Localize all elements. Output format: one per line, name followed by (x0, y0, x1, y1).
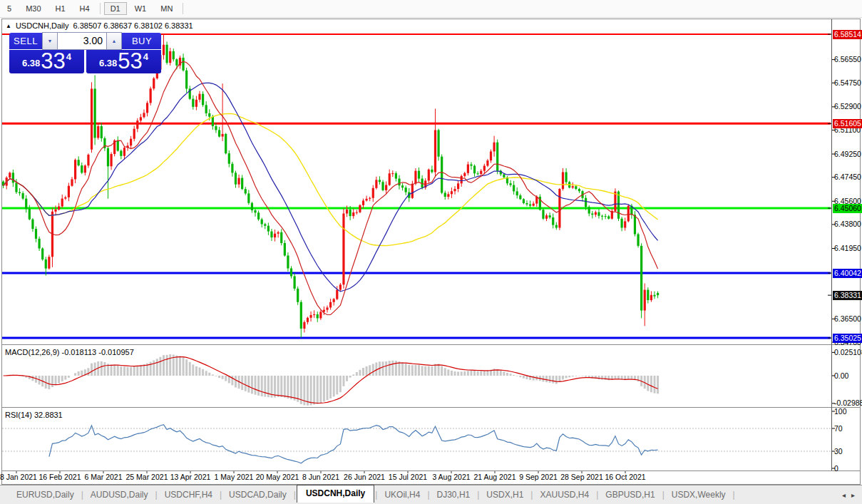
price-tick-label: 6.56550 (834, 55, 861, 63)
rsi-tick-label: 100 (834, 407, 847, 416)
tab-separator: | (81, 490, 83, 500)
price-axis-border (831, 19, 832, 470)
symbol-tabbar: EURUSD,Daily|AUDUSD,Daily|USDCHF,H4|USDC… (0, 485, 862, 504)
price-level-badge: 6.40042 (833, 269, 862, 278)
tab-separator: | (294, 490, 296, 500)
price-level-badge: 6.45060 (833, 204, 862, 213)
tab-separator: | (477, 490, 479, 500)
date-tick-label: 15 Jul 2021 (389, 473, 427, 481)
tab-separator: | (220, 490, 222, 500)
tab-eurusd-daily[interactable]: EURUSD,Daily (10, 488, 81, 502)
macd-main-value: -0.018113 (61, 348, 96, 356)
tab-gbpusd-h1[interactable]: GBPUSD,H1 (599, 488, 661, 502)
date-tick-label: 8 Jun 2021 (302, 473, 339, 481)
symbol-tabs: EURUSD,Daily|AUDUSD,Daily|USDCHF,H4|USDC… (10, 487, 736, 503)
volume-input[interactable]: 3.00 (58, 33, 106, 49)
toolbar-separator (183, 3, 183, 14)
date-tick-label: 1 May 2021 (215, 473, 254, 481)
chevron-up-icon: ▲ (112, 38, 117, 43)
date-tick-label: 13 Apr 2021 (170, 473, 211, 481)
timeframe-button-D1[interactable]: D1 (104, 2, 127, 15)
volume-increase-button[interactable]: ▲ (106, 33, 121, 49)
rsi-pane-separator[interactable] (1, 407, 861, 408)
timeframe-button-5[interactable]: 5 (1, 2, 18, 15)
rsi-tick-label: 70 (834, 424, 843, 433)
price-axis[interactable]: 6.565506.547506.529006.511006.492506.474… (833, 0, 862, 504)
price-tick-label: 6.49250 (834, 150, 861, 158)
tab-separator: | (155, 490, 158, 500)
buy-button[interactable]: BUY (123, 36, 161, 46)
tab-dj30-h1[interactable]: DJ30,H1 (431, 488, 477, 502)
macd-tick-label: 0.025108 (834, 348, 862, 356)
scroll-left-icon[interactable]: ◂ (842, 491, 846, 499)
macd-tick-label: 0.00 (834, 371, 848, 380)
chart-symbol-title: USDCNH,Daily (16, 21, 69, 30)
macd-header: MACD(12,26,9) -0.018113 -0.010957 (5, 348, 134, 356)
price-tick-label: 6.54750 (834, 78, 861, 87)
date-tick-label: 28 Jan 2021 (0, 473, 37, 481)
price-level-badge: 6.38331 (833, 291, 862, 300)
price-tick-label: 6.47450 (834, 173, 861, 181)
price-tick-label: 6.41950 (834, 244, 861, 252)
price-tick-label: 6.52900 (834, 102, 861, 110)
tab-scroll-controls: ◂ ▸ (842, 491, 855, 499)
price-tick-label: 6.36500 (834, 314, 861, 323)
tab-separator: | (427, 490, 429, 500)
tab-separator: | (596, 490, 598, 500)
scroll-right-icon[interactable]: ▸ (851, 491, 855, 499)
toolbar-separator (100, 3, 101, 14)
rsi-label: RSI(14) (5, 411, 32, 419)
rsi-tick-label: 0 (834, 464, 838, 473)
price-tick-label: 6.43800 (834, 220, 861, 228)
rsi-value: 32.8831 (34, 411, 63, 419)
macd-pane-separator[interactable] (1, 344, 861, 345)
tab-usdcnh-daily[interactable]: USDCNH,Daily (297, 485, 374, 503)
buy-price-small: 6.38 (99, 58, 117, 68)
price-level-badge: 6.51605 (833, 119, 862, 128)
tab-usdcad-daily[interactable]: USDCAD,Daily (222, 488, 293, 502)
date-tick-label: 16 Oct 2021 (605, 473, 645, 481)
tab-xauusd-h4[interactable]: XAUUSD,H4 (533, 488, 595, 502)
volume-spinner: ▼ 3.00 ▲ (42, 32, 122, 50)
price-level-badge: 6.35025 (833, 334, 862, 343)
tab-separator: | (662, 490, 665, 500)
date-tick-label: 3 Aug 2021 (432, 473, 470, 481)
timeframe-button-H1[interactable]: H1 (49, 2, 72, 15)
tab-usdchf-h4[interactable]: USDCHF,H4 (158, 488, 219, 502)
collapse-icon[interactable]: ▲ (6, 23, 11, 29)
buy-price-big: 53 (118, 51, 142, 72)
sell-price-pip: 4 (66, 51, 71, 62)
date-tick-label: 21 Aug 2021 (474, 473, 516, 481)
sell-price-big: 33 (41, 51, 65, 72)
tab-separator: | (733, 490, 735, 500)
date-tick-label: 9 Sep 2021 (519, 473, 558, 481)
tab-audusd-daily[interactable]: AUDUSD,Daily (84, 488, 155, 502)
sell-price-small: 6.38 (22, 58, 40, 68)
tab-usdx-weekly[interactable]: USDX,Weekly (665, 488, 732, 502)
date-tick-label: 16 Feb 2021 (39, 473, 81, 481)
rsi-tick-label: 30 (834, 447, 843, 456)
rsi-header: RSI(14) 32.8831 (5, 411, 63, 419)
timeframe-button-W1[interactable]: W1 (128, 2, 153, 15)
timeframe-button-MN[interactable]: MN (154, 2, 179, 15)
chevron-down-icon: ▼ (48, 38, 53, 43)
date-axis[interactable]: 28 Jan 202116 Feb 20216 Mar 202125 Mar 2… (0, 470, 831, 483)
buy-price-pip: 4 (143, 51, 148, 62)
price-level-badge: 6.58514 (833, 30, 862, 39)
chart-window-border (1, 19, 861, 485)
sell-button[interactable]: SELL (9, 36, 42, 46)
timeframe-toolbar: 5M30H1H4D1W1MN (0, 0, 862, 18)
tab-separator: | (375, 490, 377, 500)
volume-decrease-button[interactable]: ▼ (43, 33, 58, 49)
tab-separator: | (530, 490, 533, 500)
date-tick-label: 20 May 2021 (256, 473, 299, 481)
chart-ohlc-readout: 6.38507 6.38637 6.38102 6.38331 (73, 21, 193, 30)
date-tick-label: 28 Sep 2021 (560, 473, 603, 481)
date-tick-label: 26 Jun 2021 (344, 473, 385, 481)
timeframe-button-H4[interactable]: H4 (73, 2, 96, 15)
date-tick-label: 6 Mar 2021 (84, 473, 122, 481)
tab-ukoil-h4[interactable]: UKOil,H4 (378, 488, 426, 502)
macd-label: MACD(12,26,9) (5, 348, 59, 356)
timeframe-button-M30[interactable]: M30 (19, 2, 47, 15)
tab-usdx-h1[interactable]: USDX,H1 (480, 488, 530, 502)
